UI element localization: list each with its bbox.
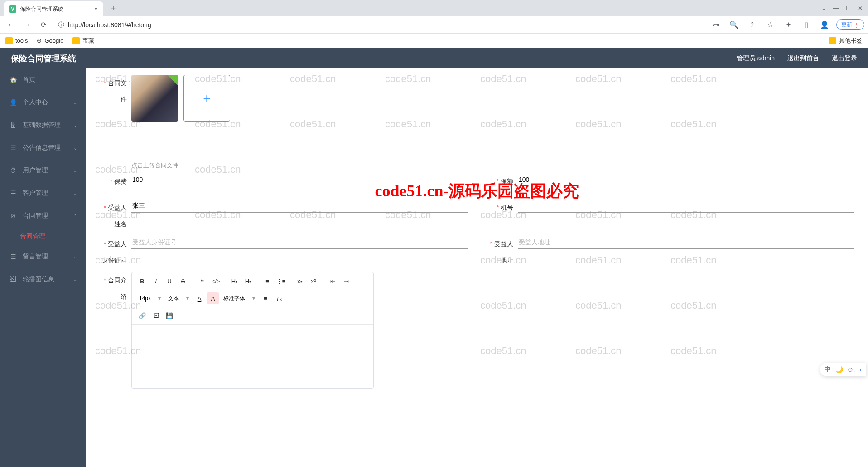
window-controls: ⌄ — ☐ ✕	[821, 5, 868, 11]
folder-icon	[72, 37, 80, 44]
ime-floating-bar[interactable]: 中 🌙 ⊙, ›	[820, 363, 866, 376]
clock-icon: ⏱	[9, 166, 17, 175]
to-frontend-link[interactable]: 退出到前台	[787, 54, 819, 63]
ime-punct-icon[interactable]: ⊙,	[848, 366, 855, 373]
tab-title: 保险合同管理系统	[20, 5, 91, 13]
code-button[interactable]: </>	[210, 275, 222, 287]
sidebar-item-usermgmt[interactable]: ⏱用户管理⌄	[0, 159, 86, 182]
font-type-select[interactable]: 文本	[165, 293, 192, 304]
user-icon: 👤	[9, 98, 17, 107]
sidebar-item-personal[interactable]: 👤个人中心⌄	[0, 91, 86, 114]
sidebar-item-message[interactable]: ☰留言管理⌄	[0, 245, 86, 268]
clear-format-button[interactable]: Tₓ	[273, 292, 285, 304]
text-color-button[interactable]: A	[193, 292, 205, 304]
sidebar-item-contract[interactable]: ⊘合同管理⌃	[0, 204, 86, 227]
folder-icon	[829, 37, 836, 44]
extensions-icon[interactable]: ✦	[782, 19, 795, 31]
image-button[interactable]: 🖼	[150, 310, 162, 321]
bookmark-tools[interactable]: tools	[5, 37, 28, 44]
minimize-icon[interactable]: —	[833, 5, 839, 11]
profile-icon[interactable]: 👤	[818, 19, 831, 31]
editor-content[interactable]	[132, 325, 373, 388]
share-icon[interactable]: ⤴	[746, 19, 758, 31]
logout-link[interactable]: 退出登录	[832, 54, 857, 63]
url-bar[interactable]: ⓘ http://localhost:8081/#/hetong	[53, 21, 708, 29]
h1-button[interactable]: H₁	[229, 275, 241, 287]
file-label: 合同文件	[100, 75, 131, 107]
close-window-icon[interactable]: ✕	[858, 5, 863, 11]
link-button[interactable]: 🔗	[136, 310, 148, 321]
chevron-right-icon[interactable]: ›	[859, 366, 862, 373]
beneficiary-addr-input[interactable]	[518, 236, 854, 249]
update-button[interactable]: 更新⋮	[836, 19, 864, 30]
browser-chrome: V 保险合同管理系统 × + ⌄ — ☐ ✕ ← → ⟳ ⓘ http://lo…	[0, 0, 868, 48]
sidebar-item-customer[interactable]: ☰客户管理⌄	[0, 182, 86, 204]
key-icon[interactable]: ⊶	[709, 19, 722, 31]
window-dropdown-icon[interactable]: ⌄	[821, 5, 826, 11]
subscript-button[interactable]: x₂	[294, 275, 306, 287]
moon-icon[interactable]: 🌙	[835, 366, 843, 373]
uploaded-file-thumb[interactable]	[131, 75, 178, 122]
rich-text-editor: B I U S ❝ </> H₁ H₂ ≡	[131, 272, 374, 389]
maximize-icon[interactable]: ☐	[846, 5, 851, 11]
new-tab-button[interactable]: +	[107, 2, 120, 15]
ordered-list-button[interactable]: ≡	[261, 275, 273, 287]
sidebar-item-basedata[interactable]: 🗄基础数据管理⌄	[0, 114, 86, 136]
amount-input[interactable]	[518, 173, 854, 186]
close-icon[interactable]: ×	[94, 5, 98, 13]
sidebar-sub-contract-manage[interactable]: 合同管理	[0, 227, 86, 245]
phone-input[interactable]	[518, 199, 854, 213]
premium-label: 保费	[100, 173, 131, 190]
beneficiary-id-input[interactable]	[131, 236, 468, 249]
vue-favicon: V	[9, 5, 16, 13]
ime-lang-badge[interactable]: 中	[825, 365, 831, 374]
intro-label: 合同介绍	[100, 272, 131, 305]
bookmark-icon[interactable]: ☆	[764, 19, 776, 31]
bookmark-treasure[interactable]: 宝藏	[72, 37, 94, 45]
forward-button[interactable]: →	[20, 18, 34, 32]
align-button[interactable]: ≡	[260, 292, 271, 304]
beneficiary-addr-label: 受益人地址	[486, 236, 518, 268]
indent-button[interactable]: ⇤	[327, 275, 338, 287]
phone-label: 机号	[486, 199, 518, 216]
admin-label[interactable]: 管理员 admin	[737, 54, 775, 63]
sidebar-item-carousel[interactable]: 🖼轮播图信息⌄	[0, 268, 86, 291]
underline-button[interactable]: U	[164, 275, 175, 287]
chevron-down-icon: ⌄	[73, 123, 77, 128]
outdent-button[interactable]: ⇥	[340, 275, 352, 287]
quote-button[interactable]: ❝	[196, 275, 208, 287]
upload-add-button[interactable]: +	[183, 75, 230, 122]
superscript-button[interactable]: x²	[308, 275, 319, 287]
list-icon: ☰	[9, 253, 17, 261]
content-area: code51.cn code51.cn code51.cn code51.cn …	[86, 68, 868, 467]
reader-icon[interactable]: ▯	[800, 19, 813, 31]
database-icon: 🗄	[9, 121, 17, 129]
sidebar-item-announce[interactable]: ☰公告信息管理⌄	[0, 136, 86, 159]
chevron-up-icon: ⌃	[73, 214, 77, 219]
h2-button[interactable]: H₂	[242, 275, 254, 287]
reload-button[interactable]: ⟳	[36, 18, 51, 32]
image-icon: 🖼	[9, 275, 17, 283]
beneficiary-name-input[interactable]	[131, 199, 468, 213]
font-size-select[interactable]: 14px	[136, 293, 164, 304]
bookmark-other[interactable]: 其他书签	[829, 37, 863, 45]
unordered-list-button[interactable]: ⋮≡	[275, 275, 287, 287]
premium-input[interactable]	[131, 173, 468, 186]
strike-button[interactable]: S	[177, 275, 189, 287]
save-button[interactable]: 💾	[164, 310, 175, 321]
home-icon: 🏠	[9, 76, 17, 84]
bookmark-google[interactable]: ⊕Google	[37, 37, 63, 44]
upload-tip: 点击上传合同文件	[131, 161, 854, 170]
bg-color-button[interactable]: A	[207, 292, 219, 304]
back-button[interactable]: ←	[4, 18, 18, 32]
chevron-down-icon: ⌄	[73, 146, 77, 151]
editor-toolbar: B I U S ❝ </> H₁ H₂ ≡	[132, 272, 373, 325]
browser-tab[interactable]: V 保险合同管理系统 ×	[4, 1, 103, 17]
zoom-icon[interactable]: 🔍	[728, 19, 740, 31]
italic-button[interactable]: I	[150, 275, 162, 287]
sidebar-item-home[interactable]: 🏠首页	[0, 68, 86, 91]
app-header: 保险合同管理系统 管理员 admin 退出到前台 退出登录	[0, 48, 868, 68]
app-body: 🏠首页 👤个人中心⌄ 🗄基础数据管理⌄ ☰公告信息管理⌄ ⏱用户管理⌄ ☰客户管…	[0, 68, 868, 467]
font-family-select[interactable]: 标准字体	[221, 293, 258, 304]
bold-button[interactable]: B	[136, 275, 148, 287]
